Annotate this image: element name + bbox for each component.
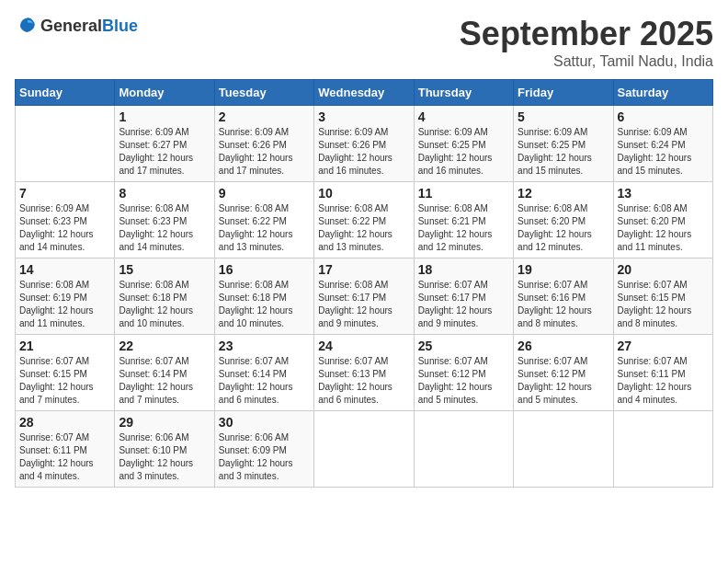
day-number: 12 — [518, 186, 609, 201]
calendar-cell: 9Sunrise: 6:08 AM Sunset: 6:22 PM Daylig… — [214, 182, 313, 259]
calendar-cell: 28Sunrise: 6:07 AM Sunset: 6:11 PM Dayli… — [16, 411, 115, 488]
day-info: Sunrise: 6:08 AM Sunset: 6:20 PM Dayligh… — [518, 202, 609, 254]
calendar-cell: 27Sunrise: 6:07 AM Sunset: 6:11 PM Dayli… — [613, 335, 712, 411]
calendar-cell: 24Sunrise: 6:07 AM Sunset: 6:13 PM Dayli… — [314, 335, 414, 411]
day-number: 17 — [318, 262, 409, 277]
calendar-cell: 26Sunrise: 6:07 AM Sunset: 6:12 PM Dayli… — [514, 335, 613, 411]
header-cell-monday: Monday — [115, 80, 214, 106]
day-info: Sunrise: 6:09 AM Sunset: 6:24 PM Dayligh… — [618, 126, 709, 178]
day-info: Sunrise: 6:08 AM Sunset: 6:19 PM Dayligh… — [19, 279, 110, 330]
calendar-cell — [16, 106, 115, 182]
header-cell-saturday: Saturday — [613, 80, 712, 106]
day-info: Sunrise: 6:08 AM Sunset: 6:20 PM Dayligh… — [618, 202, 709, 254]
header-cell-friday: Friday — [514, 80, 613, 106]
header-cell-sunday: Sunday — [16, 80, 115, 106]
calendar-cell — [414, 411, 513, 488]
day-info: Sunrise: 6:06 AM Sunset: 6:09 PM Dayligh… — [219, 431, 310, 483]
day-number: 15 — [119, 262, 210, 277]
day-number: 19 — [518, 262, 609, 277]
location-title: Sattur, Tamil Nadu, India — [460, 53, 713, 70]
day-number: 20 — [618, 262, 709, 277]
logo-icon — [15, 15, 37, 37]
calendar-cell: 25Sunrise: 6:07 AM Sunset: 6:12 PM Dayli… — [414, 335, 513, 411]
day-number: 6 — [618, 109, 709, 124]
logo: GeneralBlue — [15, 15, 138, 37]
title-block: September 2025 Sattur, Tamil Nadu, India — [460, 15, 713, 70]
day-info: Sunrise: 6:08 AM Sunset: 6:18 PM Dayligh… — [119, 279, 210, 330]
calendar-cell: 20Sunrise: 6:07 AM Sunset: 6:15 PM Dayli… — [613, 259, 712, 335]
day-number: 23 — [219, 339, 310, 353]
calendar-cell: 8Sunrise: 6:08 AM Sunset: 6:23 PM Daylig… — [115, 182, 214, 259]
month-title: September 2025 — [460, 15, 713, 53]
calendar-cell: 10Sunrise: 6:08 AM Sunset: 6:22 PM Dayli… — [314, 182, 414, 259]
day-info: Sunrise: 6:07 AM Sunset: 6:17 PM Dayligh… — [418, 279, 509, 330]
day-number: 9 — [219, 186, 310, 201]
calendar-cell: 18Sunrise: 6:07 AM Sunset: 6:17 PM Dayli… — [414, 259, 513, 335]
day-info: Sunrise: 6:09 AM Sunset: 6:25 PM Dayligh… — [418, 126, 509, 178]
day-info: Sunrise: 6:08 AM Sunset: 6:23 PM Dayligh… — [119, 202, 210, 254]
calendar-cell: 21Sunrise: 6:07 AM Sunset: 6:15 PM Dayli… — [16, 335, 115, 411]
calendar-cell: 14Sunrise: 6:08 AM Sunset: 6:19 PM Dayli… — [16, 259, 115, 335]
calendar-week-1: 1Sunrise: 6:09 AM Sunset: 6:27 PM Daylig… — [16, 106, 713, 182]
day-info: Sunrise: 6:08 AM Sunset: 6:22 PM Dayligh… — [318, 202, 409, 254]
day-info: Sunrise: 6:06 AM Sunset: 6:10 PM Dayligh… — [119, 431, 210, 483]
logo-text-general: General — [40, 17, 102, 35]
calendar-cell — [514, 411, 613, 488]
calendar-week-5: 28Sunrise: 6:07 AM Sunset: 6:11 PM Dayli… — [16, 411, 713, 488]
day-info: Sunrise: 6:07 AM Sunset: 6:11 PM Dayligh… — [618, 355, 709, 407]
day-number: 5 — [518, 109, 609, 124]
header-cell-thursday: Thursday — [414, 80, 513, 106]
calendar-cell — [314, 411, 414, 488]
day-number: 30 — [219, 415, 310, 430]
day-info: Sunrise: 6:07 AM Sunset: 6:12 PM Dayligh… — [418, 355, 509, 407]
calendar-cell: 12Sunrise: 6:08 AM Sunset: 6:20 PM Dayli… — [514, 182, 613, 259]
day-number: 27 — [618, 339, 709, 353]
calendar-week-3: 14Sunrise: 6:08 AM Sunset: 6:19 PM Dayli… — [16, 259, 713, 335]
day-number: 3 — [318, 109, 409, 124]
day-info: Sunrise: 6:07 AM Sunset: 6:11 PM Dayligh… — [19, 431, 110, 483]
day-info: Sunrise: 6:09 AM Sunset: 6:23 PM Dayligh… — [19, 202, 110, 254]
day-number: 29 — [119, 415, 210, 430]
calendar-cell: 19Sunrise: 6:07 AM Sunset: 6:16 PM Dayli… — [514, 259, 613, 335]
day-info: Sunrise: 6:07 AM Sunset: 6:13 PM Dayligh… — [318, 355, 409, 407]
day-number: 14 — [19, 262, 110, 277]
day-number: 18 — [418, 262, 509, 277]
day-info: Sunrise: 6:07 AM Sunset: 6:15 PM Dayligh… — [618, 279, 709, 330]
day-info: Sunrise: 6:07 AM Sunset: 6:12 PM Dayligh… — [518, 355, 609, 407]
day-info: Sunrise: 6:08 AM Sunset: 6:22 PM Dayligh… — [219, 202, 310, 254]
day-info: Sunrise: 6:08 AM Sunset: 6:17 PM Dayligh… — [318, 279, 409, 330]
day-number: 24 — [318, 339, 409, 353]
day-number: 28 — [19, 415, 110, 430]
calendar-cell: 17Sunrise: 6:08 AM Sunset: 6:17 PM Dayli… — [314, 259, 414, 335]
day-number: 16 — [219, 262, 310, 277]
day-info: Sunrise: 6:09 AM Sunset: 6:26 PM Dayligh… — [318, 126, 409, 178]
day-number: 11 — [418, 186, 509, 201]
day-number: 8 — [119, 186, 210, 201]
day-number: 4 — [418, 109, 509, 124]
calendar-cell: 2Sunrise: 6:09 AM Sunset: 6:26 PM Daylig… — [214, 106, 313, 182]
calendar-cell: 5Sunrise: 6:09 AM Sunset: 6:25 PM Daylig… — [514, 106, 613, 182]
day-info: Sunrise: 6:09 AM Sunset: 6:26 PM Dayligh… — [219, 126, 310, 178]
calendar-cell: 4Sunrise: 6:09 AM Sunset: 6:25 PM Daylig… — [414, 106, 513, 182]
page-header: GeneralBlue September 2025 Sattur, Tamil… — [15, 15, 713, 70]
day-number: 21 — [19, 339, 110, 353]
calendar-cell: 1Sunrise: 6:09 AM Sunset: 6:27 PM Daylig… — [115, 106, 214, 182]
calendar-header-row: SundayMondayTuesdayWednesdayThursdayFrid… — [16, 80, 713, 106]
calendar-cell: 11Sunrise: 6:08 AM Sunset: 6:21 PM Dayli… — [414, 182, 513, 259]
day-info: Sunrise: 6:08 AM Sunset: 6:21 PM Dayligh… — [418, 202, 509, 254]
day-number: 13 — [618, 186, 709, 201]
day-number: 2 — [219, 109, 310, 124]
day-number: 25 — [418, 339, 509, 353]
day-info: Sunrise: 6:08 AM Sunset: 6:18 PM Dayligh… — [219, 279, 310, 330]
day-info: Sunrise: 6:09 AM Sunset: 6:25 PM Dayligh… — [518, 126, 609, 178]
day-number: 10 — [318, 186, 409, 201]
calendar-cell: 13Sunrise: 6:08 AM Sunset: 6:20 PM Dayli… — [613, 182, 712, 259]
day-info: Sunrise: 6:07 AM Sunset: 6:14 PM Dayligh… — [119, 355, 210, 407]
day-info: Sunrise: 6:07 AM Sunset: 6:16 PM Dayligh… — [518, 279, 609, 330]
calendar-cell: 29Sunrise: 6:06 AM Sunset: 6:10 PM Dayli… — [115, 411, 214, 488]
calendar-body: 1Sunrise: 6:09 AM Sunset: 6:27 PM Daylig… — [16, 106, 713, 488]
calendar-cell: 16Sunrise: 6:08 AM Sunset: 6:18 PM Dayli… — [214, 259, 313, 335]
logo-text-blue: Blue — [102, 17, 138, 35]
day-number: 1 — [119, 109, 210, 124]
calendar-cell: 23Sunrise: 6:07 AM Sunset: 6:14 PM Dayli… — [214, 335, 313, 411]
